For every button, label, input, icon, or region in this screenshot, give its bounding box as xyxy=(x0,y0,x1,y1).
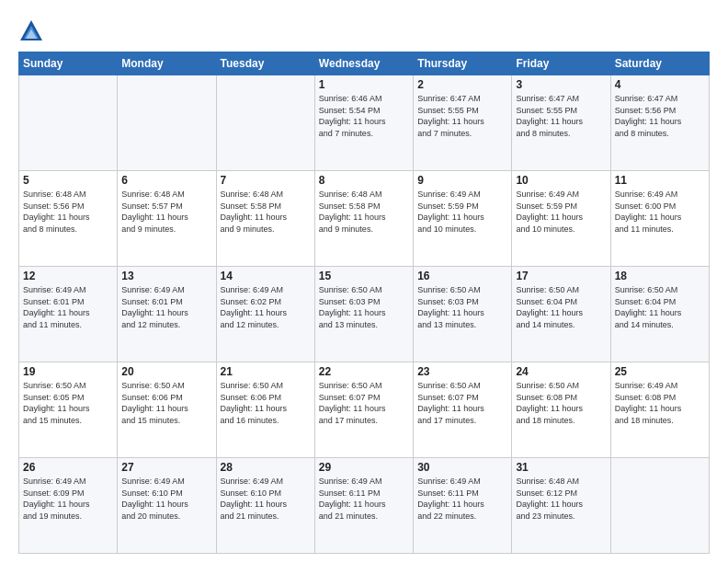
day-info: Sunrise: 6:49 AM Sunset: 6:02 PM Dayligh… xyxy=(221,284,311,330)
day-number: 18 xyxy=(615,270,705,282)
day-info: Sunrise: 6:49 AM Sunset: 6:08 PM Dayligh… xyxy=(615,380,705,426)
day-number: 4 xyxy=(615,78,705,91)
calendar-cell: 5Sunrise: 6:48 AM Sunset: 5:56 PM Daylig… xyxy=(19,171,118,267)
calendar-week-4: 19Sunrise: 6:50 AM Sunset: 6:05 PM Dayli… xyxy=(19,362,710,458)
day-number: 11 xyxy=(615,174,705,187)
day-number: 19 xyxy=(23,365,113,378)
day-info: Sunrise: 6:49 AM Sunset: 5:59 PM Dayligh… xyxy=(417,189,507,235)
calendar-cell: 10Sunrise: 6:49 AM Sunset: 5:59 PM Dayli… xyxy=(512,171,610,267)
calendar-cell: 2Sunrise: 6:47 AM Sunset: 5:55 PM Daylig… xyxy=(414,75,512,171)
day-info: Sunrise: 6:50 AM Sunset: 6:06 PM Dayligh… xyxy=(221,380,311,426)
logo-icon xyxy=(18,18,44,44)
day-number: 2 xyxy=(417,78,507,91)
calendar-cell: 21Sunrise: 6:50 AM Sunset: 6:06 PM Dayli… xyxy=(216,362,314,458)
day-info: Sunrise: 6:49 AM Sunset: 6:01 PM Dayligh… xyxy=(23,284,113,330)
day-number: 13 xyxy=(121,270,211,282)
day-info: Sunrise: 6:47 AM Sunset: 5:55 PM Dayligh… xyxy=(516,93,606,139)
day-number: 29 xyxy=(319,461,409,474)
calendar-cell: 22Sunrise: 6:50 AM Sunset: 6:07 PM Dayli… xyxy=(314,362,413,458)
day-number: 22 xyxy=(319,365,409,378)
calendar-cell: 1Sunrise: 6:46 AM Sunset: 5:54 PM Daylig… xyxy=(314,75,413,171)
day-number: 24 xyxy=(516,365,606,378)
calendar-cell: 9Sunrise: 6:49 AM Sunset: 5:59 PM Daylig… xyxy=(414,171,512,267)
day-info: Sunrise: 6:49 AM Sunset: 6:11 PM Dayligh… xyxy=(417,476,507,522)
day-info: Sunrise: 6:47 AM Sunset: 5:55 PM Dayligh… xyxy=(417,93,507,139)
calendar-cell: 11Sunrise: 6:49 AM Sunset: 6:00 PM Dayli… xyxy=(610,171,709,267)
day-info: Sunrise: 6:50 AM Sunset: 6:03 PM Dayligh… xyxy=(319,284,409,330)
calendar-cell: 15Sunrise: 6:50 AM Sunset: 6:03 PM Dayli… xyxy=(314,267,413,362)
calendar-week-5: 26Sunrise: 6:49 AM Sunset: 6:09 PM Dayli… xyxy=(19,458,710,554)
calendar-cell: 23Sunrise: 6:50 AM Sunset: 6:07 PM Dayli… xyxy=(414,362,512,458)
calendar-cell: 25Sunrise: 6:49 AM Sunset: 6:08 PM Dayli… xyxy=(610,362,709,458)
calendar-cell xyxy=(610,458,709,554)
calendar-cell: 19Sunrise: 6:50 AM Sunset: 6:05 PM Dayli… xyxy=(19,362,118,458)
day-info: Sunrise: 6:49 AM Sunset: 6:01 PM Dayligh… xyxy=(121,284,211,330)
day-info: Sunrise: 6:48 AM Sunset: 5:56 PM Dayligh… xyxy=(23,189,113,235)
day-info: Sunrise: 6:46 AM Sunset: 5:54 PM Dayligh… xyxy=(319,93,409,139)
day-number: 15 xyxy=(319,270,409,282)
day-number: 25 xyxy=(615,365,705,378)
calendar-week-1: 1Sunrise: 6:46 AM Sunset: 5:54 PM Daylig… xyxy=(19,75,710,171)
day-info: Sunrise: 6:49 AM Sunset: 5:59 PM Dayligh… xyxy=(516,189,606,235)
day-number: 27 xyxy=(121,461,211,474)
calendar-week-2: 5Sunrise: 6:48 AM Sunset: 5:56 PM Daylig… xyxy=(19,171,710,267)
day-header-wednesday: Wednesday xyxy=(314,52,413,75)
calendar-cell: 17Sunrise: 6:50 AM Sunset: 6:04 PM Dayli… xyxy=(512,267,610,362)
calendar-cell: 26Sunrise: 6:49 AM Sunset: 6:09 PM Dayli… xyxy=(19,458,118,554)
day-header-sunday: Sunday xyxy=(19,52,118,75)
day-info: Sunrise: 6:49 AM Sunset: 6:11 PM Dayligh… xyxy=(319,476,409,522)
day-header-friday: Friday xyxy=(512,52,610,75)
day-number: 14 xyxy=(221,270,311,282)
calendar-cell: 12Sunrise: 6:49 AM Sunset: 6:01 PM Dayli… xyxy=(19,267,118,362)
day-info: Sunrise: 6:50 AM Sunset: 6:04 PM Dayligh… xyxy=(615,284,705,330)
day-number: 20 xyxy=(121,365,211,378)
day-info: Sunrise: 6:49 AM Sunset: 6:10 PM Dayligh… xyxy=(221,476,311,522)
day-info: Sunrise: 6:48 AM Sunset: 5:58 PM Dayligh… xyxy=(221,189,311,235)
calendar-cell: 16Sunrise: 6:50 AM Sunset: 6:03 PM Dayli… xyxy=(414,267,512,362)
day-number: 28 xyxy=(221,461,311,474)
day-header-tuesday: Tuesday xyxy=(216,52,314,75)
day-info: Sunrise: 6:50 AM Sunset: 6:07 PM Dayligh… xyxy=(319,380,409,426)
day-number: 26 xyxy=(23,461,113,474)
day-header-monday: Monday xyxy=(118,52,216,75)
day-number: 8 xyxy=(319,174,409,187)
calendar-cell: 14Sunrise: 6:49 AM Sunset: 6:02 PM Dayli… xyxy=(216,267,314,362)
day-info: Sunrise: 6:49 AM Sunset: 6:09 PM Dayligh… xyxy=(23,476,113,522)
day-info: Sunrise: 6:48 AM Sunset: 5:58 PM Dayligh… xyxy=(319,189,409,235)
day-number: 17 xyxy=(516,270,606,282)
day-info: Sunrise: 6:50 AM Sunset: 6:07 PM Dayligh… xyxy=(417,380,507,426)
calendar-table: SundayMondayTuesdayWednesdayThursdayFrid… xyxy=(18,52,710,554)
calendar-cell: 7Sunrise: 6:48 AM Sunset: 5:58 PM Daylig… xyxy=(216,171,314,267)
calendar-cell: 27Sunrise: 6:49 AM Sunset: 6:10 PM Dayli… xyxy=(118,458,216,554)
day-header-saturday: Saturday xyxy=(610,52,709,75)
calendar-cell: 4Sunrise: 6:47 AM Sunset: 5:56 PM Daylig… xyxy=(610,75,709,171)
day-number: 7 xyxy=(221,174,311,187)
calendar-cell: 8Sunrise: 6:48 AM Sunset: 5:58 PM Daylig… xyxy=(314,171,413,267)
day-number: 31 xyxy=(516,461,606,474)
calendar-cell xyxy=(118,75,216,171)
day-info: Sunrise: 6:48 AM Sunset: 6:12 PM Dayligh… xyxy=(516,476,606,522)
day-info: Sunrise: 6:50 AM Sunset: 6:04 PM Dayligh… xyxy=(516,284,606,330)
calendar-header-row: SundayMondayTuesdayWednesdayThursdayFrid… xyxy=(19,52,710,75)
day-info: Sunrise: 6:48 AM Sunset: 5:57 PM Dayligh… xyxy=(121,189,211,235)
logo xyxy=(18,18,48,44)
day-info: Sunrise: 6:50 AM Sunset: 6:05 PM Dayligh… xyxy=(23,380,113,426)
day-number: 3 xyxy=(516,78,606,91)
calendar-cell: 29Sunrise: 6:49 AM Sunset: 6:11 PM Dayli… xyxy=(314,458,413,554)
day-number: 23 xyxy=(417,365,507,378)
day-number: 21 xyxy=(221,365,311,378)
calendar-cell: 3Sunrise: 6:47 AM Sunset: 5:55 PM Daylig… xyxy=(512,75,610,171)
day-number: 12 xyxy=(23,270,113,282)
calendar-cell xyxy=(19,75,118,171)
day-info: Sunrise: 6:50 AM Sunset: 6:08 PM Dayligh… xyxy=(516,380,606,426)
calendar-week-3: 12Sunrise: 6:49 AM Sunset: 6:01 PM Dayli… xyxy=(19,267,710,362)
page: SundayMondayTuesdayWednesdayThursdayFrid… xyxy=(0,0,728,563)
day-number: 9 xyxy=(417,174,507,187)
day-number: 30 xyxy=(417,461,507,474)
day-info: Sunrise: 6:49 AM Sunset: 6:10 PM Dayligh… xyxy=(121,476,211,522)
day-info: Sunrise: 6:47 AM Sunset: 5:56 PM Dayligh… xyxy=(615,93,705,139)
header xyxy=(18,15,710,44)
calendar-cell: 24Sunrise: 6:50 AM Sunset: 6:08 PM Dayli… xyxy=(512,362,610,458)
calendar-cell xyxy=(216,75,314,171)
calendar-cell: 6Sunrise: 6:48 AM Sunset: 5:57 PM Daylig… xyxy=(118,171,216,267)
